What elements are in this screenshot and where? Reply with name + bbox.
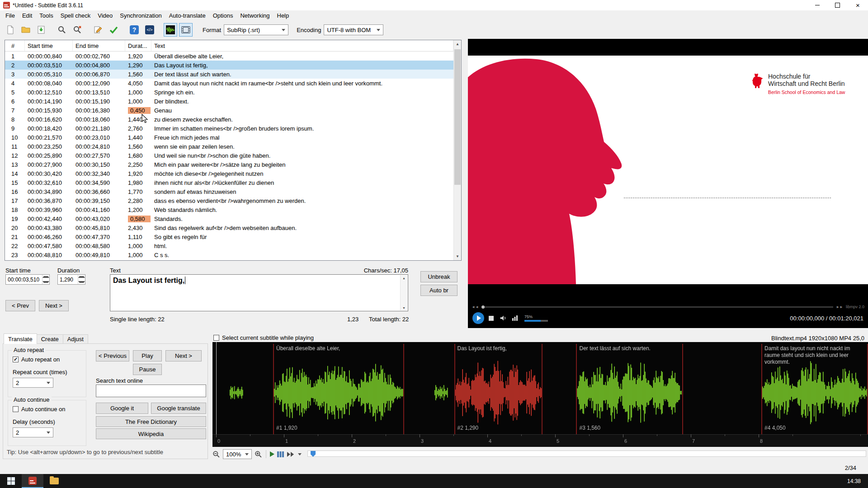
cell-text[interactable]: dass es ebenso verdient<br />wahrgenomme… [151,196,461,205]
spinner-arrows[interactable] [78,275,85,284]
format-combobox[interactable]: SubRip (.srt) [224,24,288,35]
cell-duration[interactable]: 2,280 [125,196,151,205]
mute-button[interactable] [499,314,507,322]
menu-file[interactable]: File [2,10,19,21]
table-row[interactable]: 400:00:08,04000:00:12,0904,050Damit das … [5,79,461,88]
table-row[interactable]: 1800:00:39,96000:00:41,1601,200Web stand… [5,205,461,214]
spinner-arrows[interactable] [42,275,49,284]
cell-number[interactable]: 11 [5,142,25,151]
cell-number[interactable]: 8 [5,115,25,124]
table-row[interactable]: 1900:00:42,44000:00:43,0200,580Standards… [5,214,461,223]
auto-br-button[interactable]: Auto br [420,285,458,296]
seek-bar[interactable] [481,306,833,308]
cell-end-time[interactable]: 00:00:16,380 [73,106,125,115]
cell-number[interactable]: 22 [5,241,25,250]
cell-end-time[interactable]: 00:00:18,060 [73,115,125,124]
cell-end-time[interactable]: 00:00:23,010 [73,133,125,142]
cell-number[interactable]: 23 [5,250,25,259]
menu-edit[interactable]: Edit [19,10,36,21]
menu-spell-check[interactable]: Spell check [57,10,94,21]
cell-text[interactable]: html. [151,241,461,250]
cell-end-time[interactable]: 00:00:02,760 [73,52,125,61]
cell-end-time[interactable]: 00:00:30,150 [73,160,125,169]
cell-text[interactable]: Und weil sie nun<br />schon die güte hab… [151,151,461,160]
cell-duration[interactable]: 2,760 [125,124,151,133]
cell-text[interactable]: Der text lässt auf sich warten. [151,70,461,79]
cell-text[interactable]: möchte ich diese<br />gelegenheit nutzen [151,169,461,178]
cell-duration[interactable]: 2,250 [125,160,151,169]
cell-number[interactable]: 16 [5,187,25,196]
save-button[interactable] [34,23,48,37]
table-row[interactable]: 1200:00:25,89000:00:27,5701,680Und weil … [5,151,461,160]
fix-common-errors-button[interactable] [91,23,105,37]
cell-end-time[interactable]: 00:00:39,150 [73,196,125,205]
cell-text[interactable]: Genau [151,106,461,115]
stats-button[interactable] [512,315,518,321]
table-row[interactable]: 1500:00:32,61000:00:34,5901,980ihnen nic… [5,178,461,187]
menu-synchronization[interactable]: Synchronization [116,10,165,21]
tab-adjust[interactable]: Adjust [63,334,88,344]
cell-start-time[interactable]: 00:00:18,420 [25,124,73,133]
list-scrollbar[interactable]: ▲ ▼ [453,40,461,260]
table-row[interactable]: 1400:00:30,42000:00:32,3401,920möchte ic… [5,169,461,178]
cell-end-time[interactable]: 00:00:43,020 [73,214,125,223]
play-subtitle-button[interactable]: Play [133,350,162,361]
close-button[interactable]: × [848,0,868,10]
table-row[interactable]: 900:00:18,42000:00:21,1802,760Immer im s… [5,124,461,133]
cell-start-time[interactable]: 00:00:32,610 [25,178,73,187]
cell-text[interactable]: ihnen nicht nur als<br />lückenfüller zu… [151,178,461,187]
cell-number[interactable]: 18 [5,205,25,214]
taskbar-file-explorer[interactable] [43,474,65,488]
cell-start-time[interactable]: 00:00:00,840 [25,52,73,61]
table-row[interactable]: 500:00:12,51000:00:13,5101,000Springe ic… [5,88,461,97]
cell-end-time[interactable]: 00:00:47,370 [73,232,125,241]
table-row[interactable]: 2100:00:46,26000:00:47,3701,110So gibt e… [5,232,461,241]
cell-start-time[interactable]: 00:00:12,510 [25,88,73,97]
pause-button[interactable]: Pause [133,364,162,375]
cell-duration[interactable]: 1,440 [125,133,151,142]
next-subtitle-button[interactable]: Next > [39,300,69,311]
cell-start-time[interactable]: 00:00:15,930 [25,106,73,115]
waveform-play-button[interactable] [270,451,274,457]
next-button[interactable]: Next > [165,350,202,361]
textbox-scrollbar[interactable]: ▲ ▼ [400,275,407,310]
cell-number[interactable]: 13 [5,160,25,169]
cell-duration[interactable]: 1,980 [125,178,151,187]
cell-number[interactable]: 12 [5,151,25,160]
cell-number[interactable]: 5 [5,88,25,97]
menu-options[interactable]: Options [209,10,237,21]
cell-start-time[interactable]: 00:00:23,250 [25,142,73,151]
position-marker[interactable] [311,451,316,457]
cell-duration[interactable]: 1,200 [125,205,151,214]
cell-start-time[interactable]: 00:00:14,190 [25,97,73,106]
cell-duration[interactable]: 1,920 [125,169,151,178]
cell-duration[interactable]: 4,050 [125,79,151,88]
cell-text[interactable]: Überall dieselbe alte Leier, [151,52,461,61]
cell-text[interactable]: So gibt es regeln für [151,232,461,241]
cell-end-time[interactable]: 00:00:48,580 [73,241,125,250]
encoding-combobox[interactable]: UTF-8 with BOM [324,24,383,35]
cell-start-time[interactable]: 00:00:30,420 [25,169,73,178]
cell-text[interactable]: Der blindtext. [151,97,461,106]
auto-repeat-checkbox[interactable]: ✓ Auto repeat on [13,356,60,363]
menu-video[interactable]: Video [94,10,116,21]
zoom-level-combobox[interactable]: 100% [223,449,252,459]
cell-end-time[interactable]: 00:00:13,510 [73,88,125,97]
column-header[interactable]: Durat... [125,40,151,51]
seek-back-icon[interactable]: ◄◄ [472,305,479,309]
column-header[interactable]: # [5,40,25,51]
table-row[interactable]: 800:00:16,62000:00:18,0601,440zu diesem … [5,115,461,124]
cell-text[interactable]: wenn sie ein paar zeilen lesen. [151,142,461,151]
waveform-scrollbar[interactable] [307,450,866,457]
cell-start-time[interactable]: 00:00:27,900 [25,160,73,169]
cell-text[interactable]: C s s. [151,250,461,259]
cell-end-time[interactable]: 00:00:21,180 [73,124,125,133]
cell-duration[interactable]: 1,110 [125,232,151,241]
prev-subtitle-button[interactable]: < Prev [5,300,35,311]
google-it-button[interactable]: Google it [96,403,148,414]
cell-number[interactable]: 2 [5,61,25,70]
cell-start-time[interactable]: 00:00:08,040 [25,79,73,88]
cell-end-time[interactable]: 00:00:36,660 [73,187,125,196]
table-row[interactable]: 300:00:05,31000:00:06,8701,560Der text l… [5,70,461,79]
table-row[interactable]: 1300:00:27,90000:00:30,1502,250Mich ein … [5,160,461,169]
